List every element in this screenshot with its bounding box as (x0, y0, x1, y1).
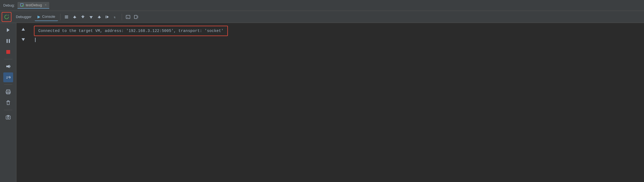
toolbar-lines-btn[interactable] (63, 13, 70, 21)
svg-point-33 (9, 92, 10, 92)
inner-sidebar (16, 23, 30, 182)
svg-rect-27 (6, 77, 10, 77)
svg-point-37 (7, 117, 9, 118)
inner-down-icon (21, 37, 25, 42)
sidebar-separator-1 (4, 59, 12, 59)
svg-rect-22 (7, 39, 8, 43)
toolbar-force-run-btn[interactable]: ↯ (112, 13, 120, 21)
svg-rect-29 (6, 78, 8, 79)
up-icon (72, 15, 77, 19)
resume-icon (6, 28, 11, 33)
inner-up-icon (21, 27, 25, 32)
svg-rect-9 (91, 18, 92, 18)
rerun-icon (4, 14, 9, 20)
svg-marker-40 (22, 38, 25, 41)
lines-icon (64, 15, 69, 19)
svg-rect-2 (65, 17, 68, 17)
svg-rect-6 (82, 15, 83, 16)
down-icon (89, 15, 93, 19)
sidebar-step-frame-btn[interactable] (3, 72, 13, 82)
title-bar: Debug: testDebug × (0, 0, 644, 11)
rerun-button[interactable] (2, 12, 11, 22)
svg-text:↯: ↯ (114, 16, 115, 19)
run-to-cursor-icon (105, 15, 110, 19)
toolbar-step-out-btn[interactable] (95, 13, 103, 21)
svg-rect-24 (6, 50, 10, 54)
toolbar-run-cursor-btn[interactable] (104, 13, 111, 21)
sidebar-separator-2 (4, 84, 12, 85)
sidebar-print-btn[interactable] (3, 87, 13, 97)
debug-label: Debug: (3, 3, 15, 7)
toolbar: Debugger ▶ Console (0, 11, 644, 23)
svg-text:=: = (127, 16, 128, 19)
svg-marker-21 (7, 28, 10, 32)
step-over-frame-icon (6, 75, 11, 80)
force-run-icon: ↯ (114, 15, 118, 19)
inner-up-btn[interactable] (19, 25, 28, 34)
svg-marker-28 (10, 76, 11, 79)
snapshot-icon (6, 115, 11, 120)
sidebar-stop-btn[interactable] (3, 47, 13, 57)
inner-down-btn[interactable] (19, 35, 28, 44)
console-arrow-icon: ▶ (37, 14, 40, 19)
cursor (35, 38, 36, 42)
svg-marker-0 (7, 14, 8, 16)
sidebar-delete-btn[interactable] (3, 98, 13, 108)
tab-name: testDebug (26, 3, 42, 7)
left-sidebar (0, 23, 16, 182)
sidebar-resume-btn[interactable] (3, 25, 13, 35)
print-icon (6, 89, 11, 94)
svg-marker-7 (81, 16, 85, 18)
toolbar-separator-1 (60, 14, 60, 20)
svg-marker-12 (107, 16, 109, 18)
step-out-icon (97, 15, 101, 19)
sidebar-separator-3 (4, 110, 12, 110)
svg-rect-1 (65, 16, 68, 16)
cursor-line (34, 38, 640, 42)
toolbar-separator-2 (122, 14, 122, 20)
svg-rect-11 (99, 18, 100, 18)
toolbar-down-into-btn[interactable] (79, 13, 87, 21)
sidebar-snapshot-btn[interactable] (3, 112, 13, 122)
svg-marker-25 (6, 65, 10, 68)
down-into-icon (81, 15, 85, 19)
tab-icon (20, 3, 24, 7)
svg-marker-4 (73, 16, 76, 18)
mute-breakpoints-icon (6, 64, 11, 69)
svg-rect-36 (6, 116, 10, 119)
svg-marker-10 (98, 16, 101, 18)
console-tab[interactable]: ▶ Console (35, 13, 58, 21)
debug-tab[interactable]: testDebug × (18, 2, 49, 9)
tab-close-button[interactable]: × (45, 3, 47, 7)
toolbar-watch-btn[interactable] (132, 13, 140, 21)
console-message-box: Connected to the target VM, address: '19… (34, 26, 228, 36)
sidebar-pause-btn[interactable] (3, 36, 13, 46)
svg-rect-35 (7, 101, 9, 101)
console-area[interactable]: Connected to the target VM, address: '19… (30, 23, 644, 182)
main-layout: Connected to the target VM, address: '19… (0, 23, 644, 182)
toolbar-down-btn[interactable] (87, 13, 95, 21)
watch-icon (134, 15, 138, 19)
stop-icon (6, 49, 11, 54)
svg-rect-17 (134, 15, 137, 19)
svg-rect-3 (65, 18, 68, 18)
delete-icon (6, 100, 11, 105)
evaluate-icon: = (126, 15, 130, 19)
toolbar-evaluate-btn[interactable]: = (124, 13, 132, 21)
svg-marker-39 (22, 28, 25, 31)
pause-icon (6, 39, 11, 43)
sidebar-mute-btn[interactable] (3, 61, 13, 71)
debugger-tab[interactable]: Debugger (13, 13, 34, 20)
svg-rect-23 (9, 39, 10, 43)
console-output-text: Connected to the target VM, address: '19… (38, 29, 224, 33)
svg-rect-5 (74, 18, 75, 18)
toolbar-up-btn[interactable] (71, 13, 79, 21)
